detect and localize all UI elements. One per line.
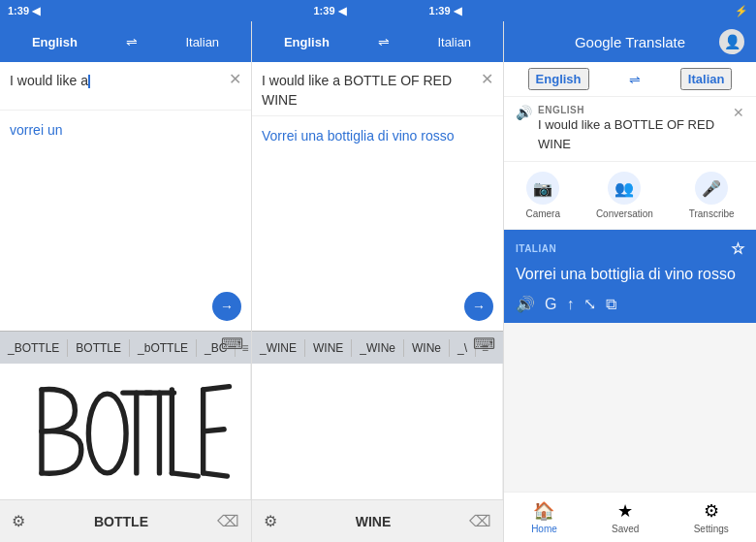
gt-source-box: 🔊 ENGLISH I would like a BOTTLE OF RED W… <box>504 97 756 162</box>
middle-clear-btn[interactable]: ✕ <box>481 72 493 87</box>
gt-source-text: I would like a BOTTLE OF RED WINE <box>538 115 727 153</box>
left-hw-delete-icon[interactable]: ⌫ <box>217 512 239 530</box>
gt-conversation-btn[interactable]: 👥 Conversation <box>596 172 653 219</box>
gt-result-text: Vorrei una bottiglia di vino rosso <box>516 264 744 285</box>
gt-star-btn[interactable]: ☆ <box>731 239 745 258</box>
battery-icon: ⚡ <box>735 5 748 17</box>
gt-camera-label: Camera <box>525 208 560 219</box>
left-handwriting-panel[interactable] <box>0 364 251 499</box>
left-lang-header: English ⇌ Italian <box>0 21 251 62</box>
suggestion-item[interactable]: _bOTTLE <box>130 339 197 357</box>
middle-hw-word: WINE <box>356 514 392 529</box>
signal-center: ◀ <box>338 5 346 17</box>
suggestion-item[interactable]: _WINe <box>352 339 404 357</box>
gt-result-lang-tag: ITALIAN ☆ <box>516 239 744 258</box>
gt-bottom-nav: 🏠 Home ★ Saved ⚙ Settings <box>504 492 756 542</box>
left-target-lang-btn[interactable]: Italian <box>177 33 227 51</box>
left-swap-icon[interactable]: ⇌ <box>126 34 138 49</box>
gt-camera-btn[interactable]: 📷 Camera <box>525 172 560 219</box>
suggestion-item[interactable]: WINe <box>404 339 450 357</box>
middle-translation-area: Vorrei una bottiglia di vino rosso → <box>252 116 503 331</box>
left-suggestions-bar: _BOTTLE BOTTLE _bOTTLE _BC ≡ <box>0 331 251 364</box>
left-keyboard-icon[interactable]: ⌨ <box>221 335 243 353</box>
left-input-text[interactable]: I would like a <box>10 72 223 91</box>
left-source-lang-btn[interactable]: English <box>24 33 85 51</box>
left-handwriting-canvas <box>0 364 250 499</box>
status-right: ⚡ <box>735 5 748 17</box>
left-arrow-btn[interactable]: → <box>212 292 241 321</box>
home-icon: 🏠 <box>533 500 554 522</box>
gt-speaker-icon[interactable]: 🔊 <box>516 105 532 120</box>
middle-arrow-btn[interactable]: → <box>464 292 493 321</box>
gt-source-lang-btn[interactable]: English <box>528 68 589 90</box>
middle-swap-icon[interactable]: ⇌ <box>378 34 390 49</box>
left-hw-settings-icon[interactable]: ⚙ <box>12 512 25 530</box>
gt-spacer <box>504 323 756 492</box>
middle-hw-delete-icon[interactable]: ⌫ <box>469 512 491 530</box>
left-translation-area: vorrei un → <box>0 111 251 331</box>
left-hw-bottom-bar: ⚙ BOTTLE ⌫ <box>0 499 251 542</box>
svg-line-6 <box>172 473 198 476</box>
middle-keyboard-area: ⌨ _WINE WINE _WINe WINe _\ ≡ ⚙ WINE ⌫ <box>252 331 503 542</box>
middle-handwriting-canvas <box>252 364 502 499</box>
gt-close-btn[interactable]: ✕ <box>733 105 744 120</box>
gt-header: Google Translate 👤 <box>504 21 756 62</box>
status-bar: 1:39 ◀ 1:39 ◀ 1:39 ◀ ⚡ <box>0 0 756 21</box>
text-cursor <box>88 75 90 88</box>
middle-hw-settings-icon[interactable]: ⚙ <box>264 512 277 530</box>
gt-conversation-label: Conversation <box>596 208 653 219</box>
suggestion-item[interactable]: WINE <box>305 339 352 357</box>
time-left: 1:39 <box>8 5 29 16</box>
left-hw-word: BOTTLE <box>94 514 148 529</box>
suggestion-item[interactable]: _BOTTLE <box>0 339 68 357</box>
gt-expand-icon[interactable]: ⤡ <box>583 295 596 313</box>
middle-target-lang-btn[interactable]: Italian <box>429 33 479 51</box>
gt-transcribe-label: Transcribe <box>689 208 735 219</box>
gt-nav-settings-label: Settings <box>694 524 729 534</box>
gt-result-speaker-icon[interactable]: 🔊 <box>516 295 535 313</box>
middle-translation-text: Vorrei una bottiglia di vino rosso <box>262 126 493 146</box>
left-panel: English ⇌ Italian I would like a ✕ vorre… <box>0 21 252 542</box>
middle-input-text[interactable]: I would like a BOTTLE OF RED WINE <box>262 72 475 110</box>
svg-line-9 <box>204 430 225 431</box>
gt-app-title: Google Translate <box>541 34 719 50</box>
status-center: 1:39 ◀ 1:39 ◀ <box>40 5 735 17</box>
settings-icon: ⚙ <box>704 500 719 522</box>
gt-nav-saved[interactable]: ★ Saved <box>612 500 639 534</box>
gt-features: 📷 Camera 👥 Conversation 🎤 Transcribe <box>504 162 756 230</box>
suggestion-item[interactable]: _WINE <box>252 339 305 357</box>
gt-transcribe-btn[interactable]: 🎤 Transcribe <box>689 172 735 219</box>
svg-line-10 <box>204 473 228 476</box>
middle-panel: English ⇌ Italian I would like a BOTTLE … <box>252 21 504 542</box>
suggestion-item[interactable]: BOTTLE <box>68 339 130 357</box>
middle-source-lang-btn[interactable]: English <box>276 33 337 51</box>
gt-swap-icon[interactable]: ⇌ <box>629 72 641 87</box>
gt-avatar[interactable]: 👤 <box>719 29 744 54</box>
left-clear-btn[interactable]: ✕ <box>229 72 241 87</box>
middle-hw-bottom-bar: ⚙ WINE ⌫ <box>252 499 503 542</box>
svg-point-0 <box>88 394 126 473</box>
right-panel: Google Translate 👤 English ⇌ Italian 🔊 E… <box>504 21 756 542</box>
gt-copy-icon[interactable]: ⧉ <box>606 296 616 313</box>
suggestion-item[interactable]: _\ <box>450 339 476 357</box>
time-center: 1:39 <box>313 5 334 16</box>
middle-handwriting-section <box>252 364 503 499</box>
middle-handwriting-panel[interactable] <box>252 364 503 499</box>
middle-suggestions-bar: _WINE WINE _WINe WINe _\ ≡ <box>252 331 503 364</box>
middle-keyboard-icon[interactable]: ⌨ <box>473 335 495 353</box>
gt-lang-bar: English ⇌ Italian <box>504 62 756 97</box>
left-handwriting-section <box>0 364 251 499</box>
gt-nav-settings[interactable]: ⚙ Settings <box>694 500 729 534</box>
gt-target-lang-btn[interactable]: Italian <box>680 68 733 90</box>
left-keyboard-area: ⌨ _BOTTLE BOTTLE _bOTTLE _BC ≡ <box>0 331 251 542</box>
svg-line-8 <box>204 387 230 390</box>
gt-result-box: ITALIAN ☆ Vorrei una bottiglia di vino r… <box>504 230 756 323</box>
gt-google-icon[interactable]: G <box>545 296 556 313</box>
gt-source-lang-tag: ENGLISH <box>538 105 727 115</box>
gt-nav-home[interactable]: 🏠 Home <box>531 500 557 534</box>
middle-input-area: I would like a BOTTLE OF RED WINE ✕ <box>252 62 503 116</box>
time-right: 1:39 <box>429 5 451 16</box>
conversation-icon: 👥 <box>608 172 641 205</box>
gt-share-icon[interactable]: ↑ <box>566 296 574 313</box>
left-input-area: I would like a ✕ <box>0 62 251 111</box>
